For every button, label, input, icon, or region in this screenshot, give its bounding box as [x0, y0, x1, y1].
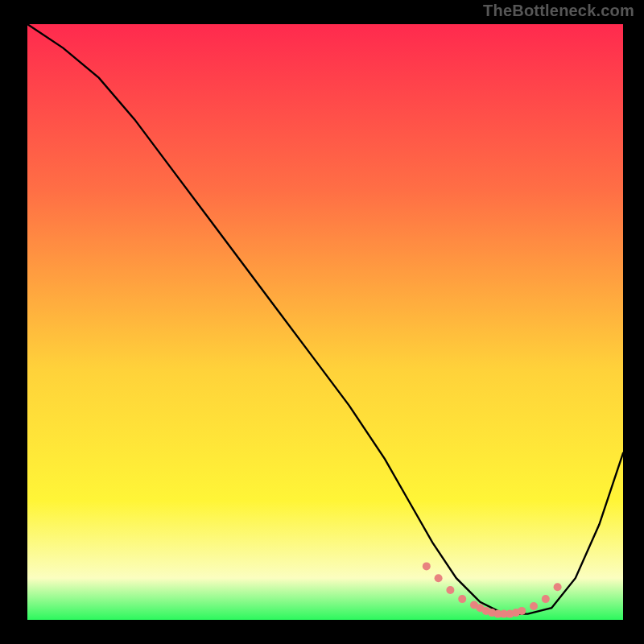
optimum-marker [435, 574, 443, 582]
bottleneck-chart [0, 0, 644, 644]
optimum-marker [446, 586, 454, 594]
chart-stage: { "watermark": "TheBottleneck.com", "col… [0, 0, 644, 644]
optimum-marker [458, 595, 466, 603]
optimum-marker [423, 562, 431, 570]
watermark-text: TheBottleneck.com [483, 2, 634, 20]
optimum-marker [518, 607, 526, 615]
optimum-marker [542, 595, 550, 603]
optimum-marker [554, 583, 562, 591]
optimum-marker [530, 602, 538, 610]
plot-gradient-area [27, 24, 623, 620]
